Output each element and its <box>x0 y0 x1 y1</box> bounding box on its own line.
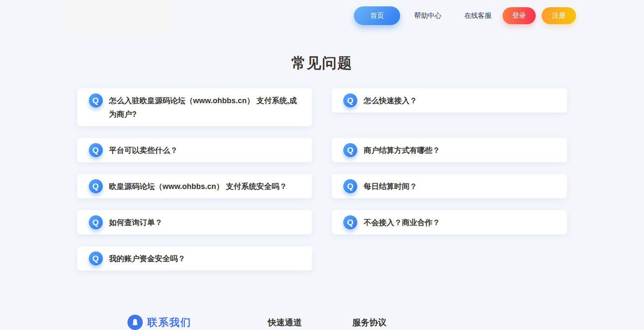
faq-question-text: 商户结算方式有哪些？ <box>364 143 440 157</box>
main-nav: 首页 帮助中心 在线客服 登录 注册 <box>354 6 576 25</box>
faq-grid: Q 怎么入驻欧皇源码论坛（www.ohbbs.cn） 支付系统,成为商户? Q … <box>77 88 567 271</box>
logo-placeholder <box>64 0 173 35</box>
faq-question-text: 每日结算时间？ <box>364 179 417 193</box>
faq-card[interactable]: Q 不会接入？商业合作？ <box>332 210 567 234</box>
faq-question-text: 平台可以卖些什么？ <box>109 143 178 157</box>
question-icon: Q <box>89 251 103 265</box>
question-icon: Q <box>343 215 357 229</box>
faq-card[interactable]: Q 商户结算方式有哪些？ <box>332 138 567 162</box>
question-icon: Q <box>89 93 103 107</box>
question-icon: Q <box>343 179 357 193</box>
footer-service-agreement-link[interactable]: 服务协议 <box>353 317 387 328</box>
faq-question-text: 不会接入？商业合作？ <box>364 215 440 229</box>
faq-card[interactable]: Q 怎么入驻欧皇源码论坛（www.ohbbs.cn） 支付系统,成为商户? <box>77 88 313 126</box>
login-button[interactable]: 登录 <box>503 7 536 24</box>
qq-icon <box>127 315 143 330</box>
faq-card[interactable]: Q 如何查询订单？ <box>77 210 313 234</box>
nav-help-center-link[interactable]: 帮助中心 <box>414 11 441 20</box>
faq-question-text: 我的账户资金安全吗？ <box>109 251 186 265</box>
faq-card[interactable]: Q 平台可以卖些什么？ <box>77 138 313 162</box>
faq-card[interactable]: Q 我的账户资金安全吗？ <box>77 246 313 271</box>
faq-question-text: 怎么快速接入？ <box>364 93 417 107</box>
question-icon: Q <box>89 215 103 229</box>
header: 首页 帮助中心 在线客服 登录 注册 <box>0 0 644 35</box>
question-icon: Q <box>89 179 103 193</box>
question-icon: Q <box>89 143 103 157</box>
question-icon: Q <box>343 143 357 157</box>
footer-quick-channel-link[interactable]: 快速通道 <box>268 317 302 328</box>
faq-question-text: 欧皇源码论坛（www.ohbbs.cn） 支付系统安全吗？ <box>109 179 287 193</box>
nav-online-service-link[interactable]: 在线客服 <box>464 11 491 20</box>
register-button[interactable]: 注册 <box>542 7 576 24</box>
faq-card[interactable]: Q 怎么快速接入？ <box>332 88 567 113</box>
nav-home-button[interactable]: 首页 <box>354 6 400 25</box>
question-icon: Q <box>343 93 357 107</box>
faq-question-text: 怎么入驻欧皇源码论坛（www.ohbbs.cn） 支付系统,成为商户? <box>109 93 302 121</box>
page-title: 常见问题 <box>77 54 567 71</box>
footer-links-row: 联系我们 快速通道 服务协议 <box>77 315 567 330</box>
contact-label: 联系我们 <box>147 316 192 329</box>
faq-section: 常见问题 Q 怎么入驻欧皇源码论坛（www.ohbbs.cn） 支付系统,成为商… <box>77 54 567 271</box>
footer-contact-link[interactable]: 联系我们 <box>127 315 192 330</box>
faq-card[interactable]: Q 欧皇源码论坛（www.ohbbs.cn） 支付系统安全吗？ <box>77 174 313 198</box>
footer: 联系我们 快速通道 服务协议 <box>0 315 644 330</box>
faq-question-text: 如何查询订单？ <box>109 215 163 229</box>
faq-card[interactable]: Q 每日结算时间？ <box>332 174 567 198</box>
